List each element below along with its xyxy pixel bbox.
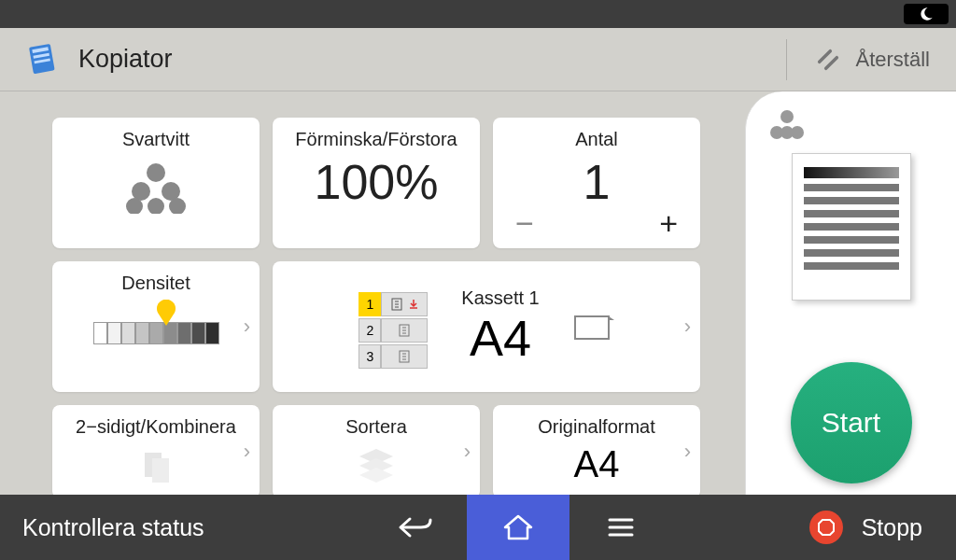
status-label: Kontrollera status [22, 514, 204, 540]
tile-count-value: 1 [583, 154, 611, 210]
tray-slot-num: 2 [358, 318, 381, 343]
reset-label: Återställ [856, 48, 930, 72]
bottom-nav-bar: Kontrollera status Stopp [0, 495, 956, 560]
tile-original[interactable]: Originalformat A4 › [493, 405, 700, 495]
tile-tray-size: A4 [470, 309, 531, 367]
tile-bw[interactable]: Svartvitt [52, 118, 260, 248]
svg-rect-24 [575, 316, 609, 339]
tile-count-label: Antal [575, 129, 618, 150]
divider [786, 39, 787, 80]
stop-label: Stopp [862, 514, 922, 541]
tile-count[interactable]: Antal 1 − + [493, 118, 700, 248]
chevron-right-icon: › [684, 315, 691, 339]
svg-marker-35 [819, 520, 834, 535]
tray-slot-num: 3 [358, 344, 381, 369]
start-label: Start [822, 407, 880, 439]
tray-list: 1 2 3 [358, 292, 433, 369]
tile-bw-label: Svartvitt [122, 129, 190, 150]
bw-dots-icon [123, 161, 189, 214]
menu-icon [607, 516, 635, 539]
sort-stack-icon [354, 445, 399, 486]
home-icon [502, 513, 534, 541]
svg-point-4 [147, 163, 165, 182]
output-mode-icon[interactable] [766, 108, 808, 144]
density-marker-icon [155, 300, 177, 326]
reset-icon [815, 47, 841, 73]
tile-tray[interactable]: 1 2 3 Kassett 1 A4 [273, 261, 700, 392]
tray-slot-icon [381, 292, 428, 316]
count-minus-button[interactable]: − [515, 207, 534, 239]
check-status-button[interactable]: Kontrollera status [0, 514, 227, 541]
stop-icon [809, 511, 843, 544]
tile-scale-value: 100% [315, 154, 439, 210]
density-scale [93, 322, 219, 344]
tile-density-label: Densitet [121, 273, 190, 294]
tray-slot-2: 2 [358, 318, 433, 343]
svg-rect-26 [152, 458, 169, 483]
tile-sort-label: Sortera [345, 416, 407, 438]
tile-duplex[interactable]: 2−sidigt/Kombinera › [52, 405, 260, 495]
night-mode-button[interactable] [904, 4, 949, 24]
tray-load-icon [408, 299, 419, 310]
tile-scale[interactable]: Förminska/Förstora 100% [273, 118, 480, 248]
page-title: Kopiator [78, 45, 173, 74]
duplex-icon [135, 447, 176, 488]
chevron-right-icon: › [464, 440, 471, 464]
tile-original-value: A4 [574, 443, 620, 485]
nav-group [227, 495, 809, 560]
tile-density[interactable]: Densitet › [52, 261, 260, 392]
reset-button[interactable]: Återställ [789, 28, 956, 91]
nav-home-button[interactable] [467, 495, 569, 560]
tray-slot-3: 3 [358, 344, 433, 369]
svg-point-27 [780, 110, 794, 123]
back-icon [397, 513, 434, 541]
chevron-right-icon: › [244, 315, 250, 339]
tile-scale-label: Förminska/Förstora [295, 129, 457, 150]
chevron-right-icon: › [244, 440, 250, 464]
count-plus-button[interactable]: + [659, 207, 678, 239]
moon-icon [918, 6, 935, 22]
tray-slot-1: 1 [358, 292, 433, 316]
stop-button[interactable]: Stopp [809, 511, 956, 544]
nav-menu-button[interactable] [569, 495, 672, 560]
start-button[interactable]: Start [791, 362, 912, 483]
system-top-bar [0, 0, 956, 28]
tile-sort[interactable]: Sortera › [273, 405, 480, 495]
output-preview [792, 153, 911, 301]
nav-back-button[interactable] [364, 495, 467, 560]
paper-orientation-icon [573, 311, 614, 343]
svg-point-9 [148, 198, 164, 214]
tile-original-label: Originalformat [538, 416, 655, 438]
tiles-grid: Svartvitt Förminska/Förstora 100% Antal … [0, 91, 745, 495]
tile-duplex-label: 2−sidigt/Kombinera [76, 416, 236, 438]
copier-icon [21, 38, 63, 81]
svg-point-31 [780, 126, 794, 139]
tile-tray-label: Kassett 1 [461, 287, 539, 309]
app-header: Kopiator Återställ [0, 28, 956, 91]
chevron-right-icon: › [684, 440, 691, 464]
side-panel: Start [745, 91, 956, 495]
main-area: Svartvitt Förminska/Förstora 100% Antal … [0, 91, 956, 495]
tray-slot-num: 1 [358, 292, 381, 316]
